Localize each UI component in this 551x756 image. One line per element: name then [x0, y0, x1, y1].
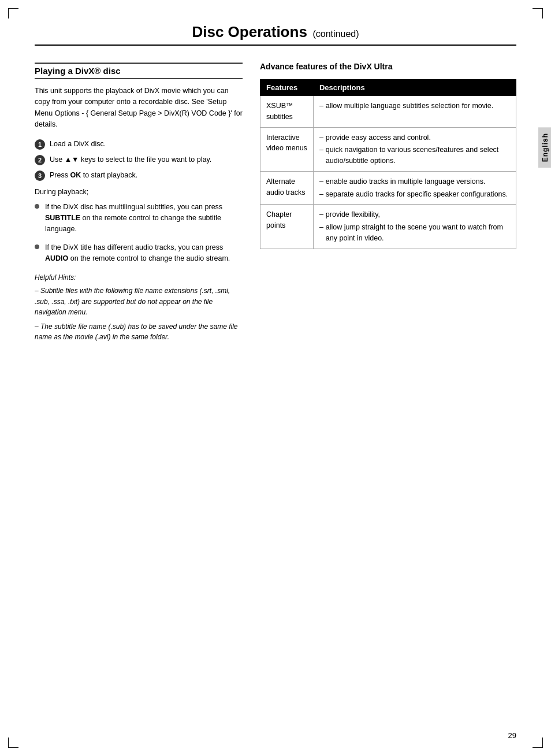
desc-item: – enable audio tracks in multiple langua…	[319, 176, 510, 187]
during-playback-label: During playback;	[35, 188, 243, 196]
steps-list: 1 Load a DivX disc. 2 Use ▲▼ keys to sel…	[35, 139, 243, 181]
corner-mark-br	[533, 738, 543, 748]
language-tab: English	[538, 127, 551, 168]
step-number-2: 2	[35, 155, 45, 165]
feature-chapter: Chapterpoints	[260, 205, 314, 249]
bullet-text-1: If the DivX disc has multilingual subtit…	[45, 202, 243, 235]
section-heading-divx: Playing a DivX® disc	[35, 62, 243, 79]
dash-icon: –	[319, 222, 323, 233]
desc-item: – separate audio tracks for specific spe…	[319, 189, 510, 200]
hints-section: Helpful Hints: – Subtitle files with the…	[35, 272, 243, 343]
content-columns: Playing a DivX® disc This unit supports …	[35, 62, 516, 346]
bullet-text-2: If the DivX title has different audio tr…	[45, 242, 243, 265]
page-subtitle: (continued)	[312, 29, 359, 39]
right-column: Advance features of the DivX Ultra Featu…	[260, 62, 516, 249]
desc-text: provide easy access and control.	[326, 132, 431, 143]
feature-alternate: Alternateaudio tracks	[260, 171, 314, 205]
table-row: Chapterpoints – provide flexibility, – a…	[260, 205, 516, 249]
feature-interactive: Interactivevideo menus	[260, 127, 314, 171]
page-header: Disc Operations (continued)	[35, 23, 516, 46]
bullet-item-2: If the DivX title has different audio tr…	[35, 242, 243, 265]
feature-xsub: XSUB™subtitles	[260, 96, 314, 128]
dash-icon: –	[319, 101, 323, 112]
corner-mark-tr	[533, 8, 543, 18]
bullet-list: If the DivX disc has multilingual subtit…	[35, 202, 243, 265]
col-header-descriptions: Descriptions	[313, 80, 516, 96]
table-header-row: Features Descriptions	[260, 80, 516, 96]
corner-mark-tl	[8, 8, 18, 18]
step-item-3: 3 Press OK to start playback.	[35, 170, 243, 181]
desc-text: allow multiple language subtitles select…	[326, 101, 493, 112]
table-row: Alternateaudio tracks – enable audio tra…	[260, 171, 516, 205]
step-text-1: Load a DivX disc.	[50, 139, 106, 150]
step-text-3: Press OK to start playback.	[50, 170, 137, 181]
left-column: Playing a DivX® disc This unit supports …	[35, 62, 243, 346]
table-row: XSUB™subtitles – allow multiple language…	[260, 96, 516, 128]
dash-icon: –	[319, 189, 323, 200]
step-item-2: 2 Use ▲▼ keys to select to the file you …	[35, 154, 243, 165]
dash-icon: –	[319, 144, 323, 155]
desc-item: – allow jump straight to the scene you w…	[319, 222, 510, 244]
desc-text: quick navigation to various scenes/featu…	[326, 144, 510, 166]
step-number-3: 3	[35, 171, 45, 181]
page-number: 29	[508, 731, 516, 740]
hints-title: Helpful Hints:	[35, 272, 243, 283]
page: English Disc Operations (continued) Play…	[0, 0, 551, 756]
intro-paragraph: This unit supports the playback of DivX …	[35, 86, 243, 131]
desc-item: – allow multiple language subtitles sele…	[319, 101, 510, 112]
corner-mark-bl	[8, 738, 18, 748]
descriptions-chapter: – provide flexibility, – allow jump stra…	[313, 205, 516, 249]
desc-text: provide flexibility,	[326, 209, 380, 220]
desc-text: enable audio tracks in multiple language…	[326, 176, 486, 187]
hint-2: – The subtitle file name (.sub) has to b…	[35, 321, 243, 343]
desc-item: – provide flexibility,	[319, 209, 510, 220]
col-header-features: Features	[260, 80, 314, 96]
dash-icon: –	[319, 176, 323, 187]
step-text-2: Use ▲▼ keys to select to the file you wa…	[50, 154, 211, 165]
dash-icon: –	[319, 132, 323, 143]
desc-text: separate audio tracks for specific speak…	[326, 189, 508, 200]
features-table: Features Descriptions XSUB™subtitles – a…	[260, 79, 516, 249]
bullet-dot-2	[35, 244, 39, 249]
hint-1: – Subtitle files with the following file…	[35, 286, 243, 318]
bullet-item-1: If the DivX disc has multilingual subtit…	[35, 202, 243, 235]
step-item-1: 1 Load a DivX disc.	[35, 139, 243, 150]
descriptions-xsub: – allow multiple language subtitles sele…	[313, 96, 516, 128]
table-row: Interactivevideo menus – provide easy ac…	[260, 127, 516, 171]
descriptions-interactive: – provide easy access and control. – qui…	[313, 127, 516, 171]
bullet-dot-1	[35, 204, 39, 209]
advance-features-heading: Advance features of the DivX Ultra	[260, 62, 516, 73]
desc-text: allow jump straight to the scene you wan…	[326, 222, 510, 244]
step-number-1: 1	[35, 139, 45, 150]
dash-icon: –	[319, 209, 323, 220]
page-title: Disc Operations	[192, 23, 307, 40]
descriptions-alternate: – enable audio tracks in multiple langua…	[313, 171, 516, 205]
desc-item: – quick navigation to various scenes/fea…	[319, 144, 510, 166]
desc-item: – provide easy access and control.	[319, 132, 510, 143]
